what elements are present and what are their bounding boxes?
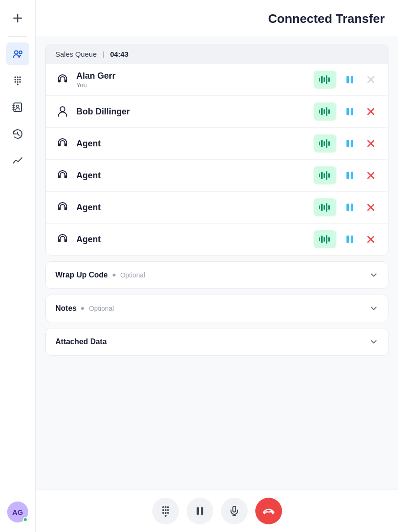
svg-point-86	[167, 506, 169, 508]
svg-rect-24	[326, 75, 327, 84]
dialpad-icon	[11, 74, 24, 87]
svg-rect-42	[319, 142, 320, 145]
notes-header[interactable]: Notes Optional	[46, 295, 388, 322]
queue-divider: |	[103, 50, 105, 58]
add-button[interactable]	[9, 10, 26, 27]
svg-rect-22	[321, 76, 323, 83]
sidebar-item-contacts[interactable]	[6, 96, 29, 119]
svg-point-90	[162, 512, 164, 514]
svg-point-84	[162, 506, 164, 508]
pause-button[interactable]	[342, 232, 357, 247]
hold-button[interactable]	[187, 498, 213, 524]
dialpad-button[interactable]	[152, 498, 179, 524]
dot-separator	[113, 274, 115, 276]
pause-button[interactable]	[342, 104, 357, 119]
waveform-button[interactable]	[314, 102, 336, 121]
pause-button[interactable]	[342, 72, 357, 87]
svg-point-9	[19, 79, 21, 81]
attached-data-title: Attached Data	[55, 338, 107, 346]
participant-row: Agent	[46, 224, 388, 255]
waveform-button[interactable]	[314, 134, 336, 153]
svg-point-7	[14, 79, 16, 81]
remove-button[interactable]	[363, 232, 378, 247]
online-indicator	[23, 517, 28, 522]
attached-data-header[interactable]: Attached Data	[46, 328, 388, 355]
svg-rect-68	[328, 205, 330, 210]
avatar-initials: AG	[12, 508, 23, 516]
svg-rect-64	[319, 205, 320, 209]
svg-rect-26	[346, 76, 349, 83]
waveform-button[interactable]	[314, 71, 336, 89]
participant-actions	[314, 134, 378, 153]
svg-rect-62	[58, 207, 60, 210]
svg-rect-77	[324, 237, 325, 242]
svg-rect-76	[321, 235, 323, 243]
waveform-button[interactable]	[314, 198, 336, 216]
participant-name: Bob Dillinger	[76, 107, 307, 117]
participant-actions	[314, 102, 378, 121]
svg-rect-35	[328, 109, 330, 114]
svg-point-13	[17, 83, 19, 85]
participant-row: Agent	[46, 160, 388, 192]
svg-rect-55	[324, 173, 325, 178]
mute-button[interactable]	[221, 498, 248, 524]
headset-icon	[55, 168, 70, 183]
svg-point-88	[165, 509, 167, 511]
svg-rect-57	[328, 173, 330, 178]
svg-rect-75	[319, 237, 320, 241]
remove-button[interactable]	[363, 136, 378, 151]
participant-actions	[314, 198, 378, 216]
participant-info: Agent	[76, 235, 307, 245]
svg-point-89	[167, 509, 169, 511]
wrap-up-section: Wrap Up Code Optional	[45, 261, 388, 289]
participant-name: Agent	[76, 235, 307, 245]
svg-rect-95	[201, 507, 203, 515]
participant-name: Agent	[76, 203, 307, 213]
remove-button[interactable]	[363, 200, 378, 215]
svg-rect-51	[58, 175, 60, 178]
svg-point-11	[17, 81, 19, 83]
call-card: Sales Queue | 04:43 Alan Gerr You	[45, 44, 388, 256]
svg-rect-46	[328, 141, 330, 146]
pause-icon	[195, 506, 205, 516]
history-icon	[11, 128, 24, 140]
pause-button[interactable]	[342, 136, 357, 151]
waveform-button[interactable]	[314, 166, 336, 184]
analytics-icon	[11, 154, 24, 167]
sidebar-item-history[interactable]	[6, 123, 29, 145]
remove-button[interactable]	[363, 104, 378, 119]
wrap-up-header[interactable]: Wrap Up Code Optional	[46, 262, 388, 288]
chevron-down-icon	[369, 337, 378, 347]
svg-point-91	[165, 512, 167, 514]
remove-button[interactable]	[363, 168, 378, 183]
waveform-button[interactable]	[314, 230, 336, 248]
participant-actions	[314, 230, 378, 248]
svg-point-8	[17, 79, 19, 81]
svg-rect-58	[346, 172, 349, 179]
svg-rect-41	[65, 143, 67, 146]
svg-rect-37	[351, 108, 353, 115]
remove-button[interactable]	[363, 72, 378, 87]
svg-point-2	[15, 51, 18, 54]
svg-rect-79	[328, 237, 330, 242]
svg-point-85	[165, 506, 167, 508]
sidebar-item-analytics[interactable]	[6, 149, 29, 172]
sidebar: AG	[0, 0, 36, 532]
sidebar-item-dialpad[interactable]	[6, 69, 29, 92]
contacts-icon	[11, 101, 24, 113]
svg-point-5	[17, 76, 19, 78]
queue-name: Sales Queue	[55, 50, 97, 58]
svg-rect-33	[324, 109, 325, 114]
end-call-icon	[262, 504, 275, 518]
pause-button[interactable]	[342, 200, 357, 215]
participant-row: Agent	[46, 192, 388, 224]
svg-rect-65	[321, 204, 323, 211]
notes-section: Notes Optional	[45, 295, 388, 322]
svg-rect-31	[319, 110, 320, 113]
avatar[interactable]: AG	[7, 501, 28, 522]
pause-button[interactable]	[342, 168, 357, 183]
svg-rect-69	[346, 204, 349, 211]
svg-rect-25	[328, 77, 330, 82]
end-call-button[interactable]	[255, 498, 282, 524]
sidebar-item-team[interactable]	[6, 42, 29, 65]
